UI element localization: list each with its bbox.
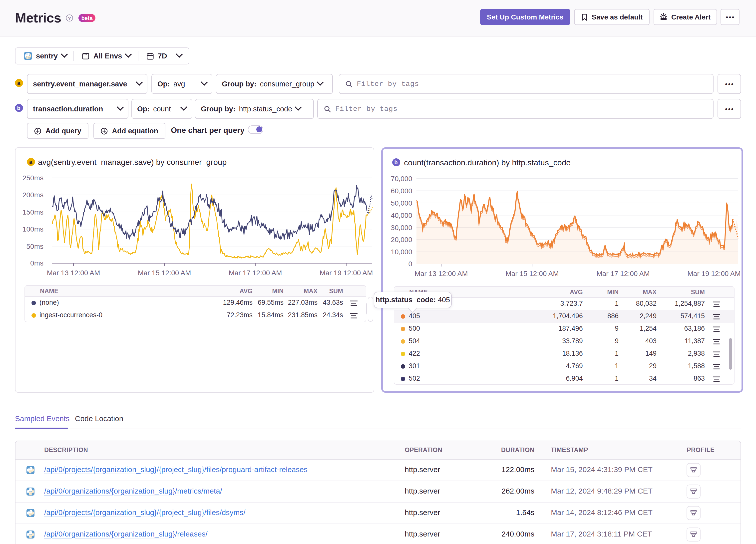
svg-text:Mar 17 12:00 AM: Mar 17 12:00 AM: [229, 269, 282, 277]
svg-text:Mar 19 12:00 AM: Mar 19 12:00 AM: [687, 270, 740, 277]
svg-text:10,000: 10,000: [390, 248, 412, 256]
svg-text:Mar 13 12:00 AM: Mar 13 12:00 AM: [414, 270, 467, 277]
svg-text:Mar 13 12:00 AM: Mar 13 12:00 AM: [47, 269, 100, 277]
svg-text:Mar 15 12:00 AM: Mar 15 12:00 AM: [505, 270, 558, 277]
svg-text:20,000: 20,000: [390, 236, 412, 244]
svg-text:60,000: 60,000: [390, 187, 412, 195]
svg-text:0ms: 0ms: [30, 259, 43, 267]
svg-text:Mar 15 12:00 AM: Mar 15 12:00 AM: [138, 269, 191, 277]
svg-text:70,000: 70,000: [390, 175, 412, 183]
svg-text:Mar 19 12:00 AM: Mar 19 12:00 AM: [320, 269, 373, 277]
svg-text:Mar 17 12:00 AM: Mar 17 12:00 AM: [596, 270, 649, 277]
svg-text:50,000: 50,000: [390, 199, 412, 207]
svg-text:0: 0: [408, 260, 412, 268]
svg-text:100ms: 100ms: [22, 225, 43, 233]
svg-text:50ms: 50ms: [26, 243, 43, 250]
svg-text:40,000: 40,000: [390, 212, 412, 219]
svg-text:150ms: 150ms: [22, 208, 43, 216]
svg-text:30,000: 30,000: [390, 224, 412, 232]
svg-text:200ms: 200ms: [22, 191, 43, 199]
svg-text:250ms: 250ms: [22, 174, 43, 182]
